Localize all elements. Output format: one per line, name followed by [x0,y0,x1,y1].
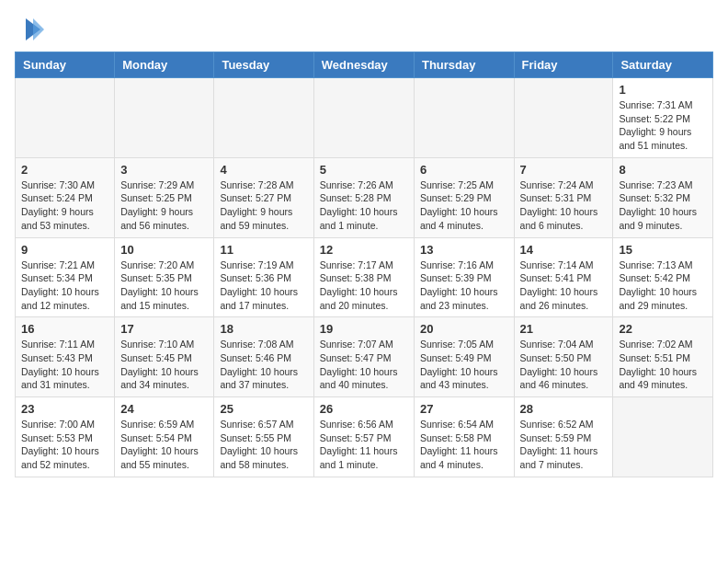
day-info: Sunrise: 7:10 AM Sunset: 5:45 PM Dayligh… [120,338,208,392]
calendar-cell: 21Sunrise: 7:04 AM Sunset: 5:50 PM Dayli… [514,317,613,397]
day-number: 22 [619,322,707,336]
day-info: Sunrise: 7:05 AM Sunset: 5:49 PM Dayligh… [420,338,508,392]
calendar-week-2: 9Sunrise: 7:21 AM Sunset: 5:34 PM Daylig… [16,237,713,317]
day-number: 19 [320,322,408,336]
day-info: Sunrise: 7:19 AM Sunset: 5:36 PM Dayligh… [220,259,307,313]
day-info: Sunrise: 6:59 AM Sunset: 5:54 PM Dayligh… [120,418,208,472]
calendar-table: SundayMondayTuesdayWednesdayThursdayFrid… [15,52,713,477]
calendar-cell [115,78,214,158]
day-info: Sunrise: 6:52 AM Sunset: 5:59 PM Dayligh… [520,418,608,472]
day-info: Sunrise: 7:23 AM Sunset: 5:32 PM Dayligh… [619,178,707,233]
calendar-cell [414,78,514,158]
calendar-cell [514,78,613,158]
day-info: Sunrise: 7:04 AM Sunset: 5:50 PM Dayligh… [520,338,608,392]
calendar-cell: 27Sunrise: 6:54 AM Sunset: 5:58 PM Dayli… [414,397,514,477]
logo [15,15,48,44]
day-info: Sunrise: 7:31 AM Sunset: 5:22 PM Dayligh… [619,98,707,153]
calendar-cell: 7Sunrise: 7:24 AM Sunset: 5:31 PM Daylig… [514,157,613,237]
day-info: Sunrise: 7:08 AM Sunset: 5:46 PM Dayligh… [220,338,307,392]
calendar-week-3: 16Sunrise: 7:11 AM Sunset: 5:43 PM Dayli… [16,317,713,397]
calendar-cell [613,397,713,477]
day-number: 15 [619,243,707,257]
calendar-cell: 12Sunrise: 7:17 AM Sunset: 5:38 PM Dayli… [313,237,414,317]
calendar-cell: 6Sunrise: 7:25 AM Sunset: 5:29 PM Daylig… [414,157,514,237]
day-info: Sunrise: 7:00 AM Sunset: 5:53 PM Dayligh… [21,418,108,472]
day-info: Sunrise: 7:25 AM Sunset: 5:29 PM Dayligh… [420,178,508,233]
calendar-week-0: 1Sunrise: 7:31 AM Sunset: 5:22 PM Daylig… [16,78,713,158]
day-number: 25 [220,402,307,416]
day-info: Sunrise: 7:14 AM Sunset: 5:41 PM Dayligh… [520,259,608,313]
day-number: 18 [220,322,307,336]
day-number: 5 [320,163,408,177]
day-number: 20 [420,322,508,336]
page-header [15,15,713,44]
day-info: Sunrise: 6:54 AM Sunset: 5:58 PM Dayligh… [420,418,508,472]
calendar-cell: 17Sunrise: 7:10 AM Sunset: 5:45 PM Dayli… [115,317,214,397]
calendar-header-row: SundayMondayTuesdayWednesdayThursdayFrid… [16,52,713,78]
day-number: 14 [520,243,608,257]
day-header-wednesday: Wednesday [313,52,414,78]
calendar-cell: 8Sunrise: 7:23 AM Sunset: 5:32 PM Daylig… [613,157,713,237]
day-info: Sunrise: 7:28 AM Sunset: 5:27 PM Dayligh… [220,178,307,233]
calendar-cell: 14Sunrise: 7:14 AM Sunset: 5:41 PM Dayli… [514,237,613,317]
day-number: 7 [520,163,608,177]
calendar-cell: 23Sunrise: 7:00 AM Sunset: 5:53 PM Dayli… [16,397,115,477]
day-info: Sunrise: 7:13 AM Sunset: 5:42 PM Dayligh… [619,259,707,313]
calendar-cell: 9Sunrise: 7:21 AM Sunset: 5:34 PM Daylig… [16,237,115,317]
calendar-cell: 19Sunrise: 7:07 AM Sunset: 5:47 PM Dayli… [313,317,414,397]
calendar-cell: 18Sunrise: 7:08 AM Sunset: 5:46 PM Dayli… [214,317,313,397]
day-info: Sunrise: 7:02 AM Sunset: 5:51 PM Dayligh… [619,338,707,392]
day-number: 12 [320,243,408,257]
day-number: 17 [120,322,208,336]
day-info: Sunrise: 7:29 AM Sunset: 5:25 PM Dayligh… [120,178,208,233]
day-number: 1 [619,83,707,97]
calendar-cell [214,78,313,158]
day-info: Sunrise: 7:11 AM Sunset: 5:43 PM Dayligh… [21,338,108,392]
day-number: 4 [220,163,307,177]
svg-marker-1 [33,18,44,40]
day-header-thursday: Thursday [414,52,514,78]
day-header-sunday: Sunday [16,52,115,78]
calendar-cell: 10Sunrise: 7:20 AM Sunset: 5:35 PM Dayli… [115,237,214,317]
day-number: 26 [320,402,408,416]
calendar-week-4: 23Sunrise: 7:00 AM Sunset: 5:53 PM Dayli… [16,397,713,477]
day-number: 23 [21,402,108,416]
calendar-cell: 11Sunrise: 7:19 AM Sunset: 5:36 PM Dayli… [214,237,313,317]
calendar-cell: 20Sunrise: 7:05 AM Sunset: 5:49 PM Dayli… [414,317,514,397]
day-number: 11 [220,243,307,257]
calendar-cell: 22Sunrise: 7:02 AM Sunset: 5:51 PM Dayli… [613,317,713,397]
day-number: 3 [120,163,208,177]
day-number: 16 [21,322,108,336]
day-number: 6 [420,163,508,177]
day-number: 13 [420,243,508,257]
calendar-cell [16,78,115,158]
day-number: 2 [21,163,108,177]
day-info: Sunrise: 7:26 AM Sunset: 5:28 PM Dayligh… [320,178,408,233]
day-info: Sunrise: 7:20 AM Sunset: 5:35 PM Dayligh… [120,259,208,313]
day-info: Sunrise: 7:24 AM Sunset: 5:31 PM Dayligh… [520,178,608,233]
day-header-tuesday: Tuesday [214,52,313,78]
day-info: Sunrise: 7:17 AM Sunset: 5:38 PM Dayligh… [320,259,408,313]
logo-icon [18,15,48,44]
day-info: Sunrise: 6:56 AM Sunset: 5:57 PM Dayligh… [320,418,408,472]
calendar-cell [313,78,414,158]
calendar-week-1: 2Sunrise: 7:30 AM Sunset: 5:24 PM Daylig… [16,157,713,237]
calendar-cell: 15Sunrise: 7:13 AM Sunset: 5:42 PM Dayli… [613,237,713,317]
day-info: Sunrise: 7:30 AM Sunset: 5:24 PM Dayligh… [21,178,108,233]
calendar-cell: 13Sunrise: 7:16 AM Sunset: 5:39 PM Dayli… [414,237,514,317]
day-info: Sunrise: 6:57 AM Sunset: 5:55 PM Dayligh… [220,418,307,472]
day-number: 8 [619,163,707,177]
calendar-cell: 4Sunrise: 7:28 AM Sunset: 5:27 PM Daylig… [214,157,313,237]
day-header-saturday: Saturday [613,52,713,78]
calendar-cell: 25Sunrise: 6:57 AM Sunset: 5:55 PM Dayli… [214,397,313,477]
day-number: 10 [120,243,208,257]
day-number: 24 [120,402,208,416]
calendar-cell: 24Sunrise: 6:59 AM Sunset: 5:54 PM Dayli… [115,397,214,477]
day-number: 27 [420,402,508,416]
day-header-friday: Friday [514,52,613,78]
day-number: 21 [520,322,608,336]
calendar-cell: 2Sunrise: 7:30 AM Sunset: 5:24 PM Daylig… [16,157,115,237]
calendar-cell: 28Sunrise: 6:52 AM Sunset: 5:59 PM Dayli… [514,397,613,477]
calendar-cell: 26Sunrise: 6:56 AM Sunset: 5:57 PM Dayli… [313,397,414,477]
day-info: Sunrise: 7:07 AM Sunset: 5:47 PM Dayligh… [320,338,408,392]
